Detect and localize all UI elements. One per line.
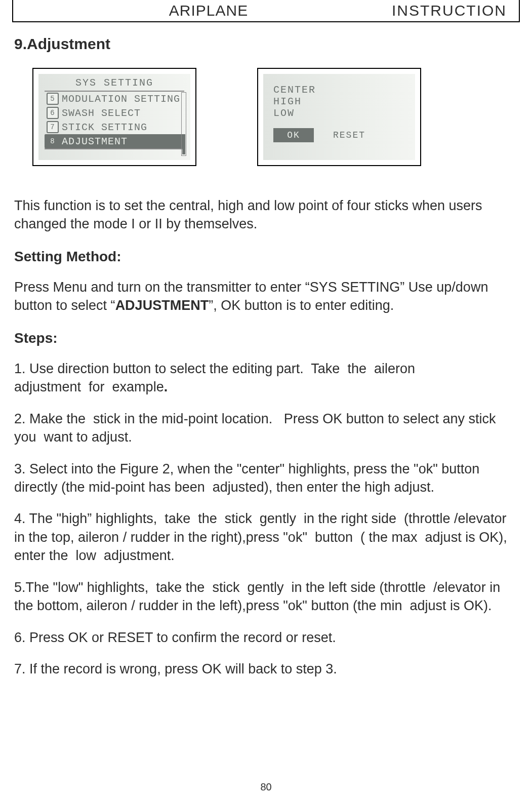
header-left: ARIPLANE: [25, 2, 392, 19]
lcd-screen-1: SYS SETTING 5 MODULATION SETTING 6 SWASH…: [38, 74, 190, 160]
steps-list: 1. Use direction button to select the ed…: [12, 360, 520, 679]
step-1-dot: .: [164, 379, 168, 394]
setting-method-paragraph: Press Menu and turn on the transmitter t…: [14, 278, 518, 315]
lcd1-item-5-num: 5: [47, 93, 59, 105]
lcd1-item-8-num: 8: [47, 135, 59, 147]
lcd2-button-row: OK RESET: [273, 128, 405, 142]
page: ARIPLANE INSTRUCTION 9.Adjustment SYS SE…: [0, 0, 532, 797]
step-7: 7. If the record is wrong, press OK will…: [14, 660, 518, 678]
screenshot-row: SYS SETTING 5 MODULATION SETTING 6 SWASH…: [32, 68, 520, 166]
step-5: 5.The "low" highlights, take the stick g…: [14, 578, 518, 615]
lcd1-item-7-num: 7: [47, 121, 59, 133]
section-title: 9.Adjustment: [14, 35, 520, 53]
lcd2-line-low: LOW: [273, 107, 405, 119]
lcd1-menu-list: 5 MODULATION SETTING 6 SWASH SELECT 7 ST…: [45, 91, 184, 149]
steps-heading: Steps:: [14, 330, 518, 346]
lcd-frame-2: CENTER HIGH LOW OK RESET: [257, 68, 421, 166]
step-1: 1. Use direction button to select the ed…: [14, 360, 518, 396]
header-right: INSTRUCTION: [392, 2, 507, 19]
step-4: 4. The "high” highlights, take the stick…: [14, 509, 518, 565]
step-3: 3. Select into the Figure 2, when the "c…: [14, 460, 518, 497]
step-1-line-b: adjustment for example: [14, 379, 164, 394]
lcd1-item-7-label: STICK SETTING: [62, 122, 147, 133]
lcd1-title: SYS SETTING: [38, 74, 190, 91]
lcd1-scrollbar-thumb: [182, 134, 185, 154]
lcd1-scrollbar: [181, 92, 186, 156]
lcd1-item-5: 5 MODULATION SETTING: [45, 92, 184, 106]
lcd1-item-6: 6 SWASH SELECT: [45, 106, 184, 120]
lcd1-item-8-selected: 8 ADJUSTMENT: [45, 134, 184, 148]
setting-method-heading: Setting Method:: [14, 249, 518, 265]
lcd1-item-8-label: ADJUSTMENT: [62, 136, 128, 147]
lcd2-body: CENTER HIGH LOW OK RESET: [263, 74, 415, 142]
lcd2-reset-button: RESET: [329, 128, 370, 142]
lcd1-item-6-label: SWASH SELECT: [62, 107, 141, 119]
lcd1-item-7: 7 STICK SETTING: [45, 120, 184, 134]
step-6: 6. Press OK or RESET to confirm the reco…: [14, 628, 518, 647]
top-header-bar: ARIPLANE INSTRUCTION: [12, 0, 520, 22]
lcd2-line-center: CENTER: [273, 84, 405, 96]
step-2: 2. Make the stick in the mid-point locat…: [14, 410, 518, 447]
intro-paragraph: This function is to set the central, hig…: [14, 196, 518, 233]
page-number: 80: [0, 781, 532, 793]
step-1-line-a: 1. Use direction button to select the ed…: [14, 361, 415, 376]
lcd1-item-5-label: MODULATION SETTING: [62, 93, 180, 105]
lcd2-line-high: HIGH: [273, 96, 405, 107]
lcd-screen-2: CENTER HIGH LOW OK RESET: [263, 74, 415, 160]
setting-method-post: ”, OK button is to enter editing.: [209, 298, 394, 313]
lcd2-ok-button: OK: [273, 128, 314, 142]
setting-method-bold: ADJUSTMENT: [115, 298, 209, 313]
lcd-frame-1: SYS SETTING 5 MODULATION SETTING 6 SWASH…: [32, 68, 196, 166]
lcd1-item-6-num: 6: [47, 107, 59, 119]
